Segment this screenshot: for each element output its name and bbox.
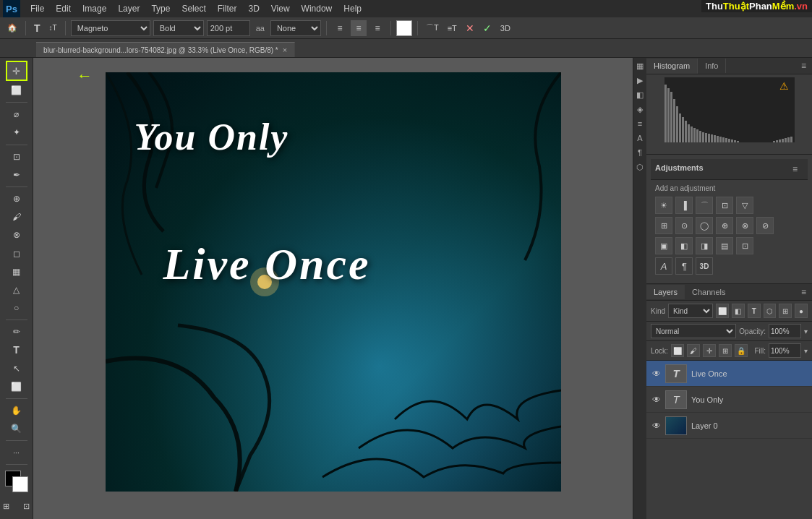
healing-tool[interactable]: ⊕ [7, 190, 26, 207]
eraser-tool[interactable]: ◻ [7, 244, 26, 262]
commit-btn[interactable]: ✓ [480, 21, 495, 35]
adj-para-btn[interactable]: ¶ [675, 257, 693, 275]
layers-filter-adj[interactable]: ◧ [732, 304, 745, 318]
icon-play[interactable]: ▶ [635, 75, 645, 85]
align-right-btn[interactable]: ≡ [369, 20, 385, 36]
histogram-panel-menu[interactable]: ≡ [795, 58, 812, 74]
icon-char[interactable]: A [635, 133, 645, 143]
dodge-tool[interactable]: ○ [7, 299, 26, 317]
adjustments-menu[interactable]: ≡ [787, 161, 803, 177]
character-panel-btn[interactable]: ≡T [445, 22, 460, 34]
menu-layer[interactable]: Layer [112, 2, 145, 15]
3d-btn[interactable]: 3D [497, 22, 513, 34]
canvas-text-live-once[interactable]: Live Once [163, 239, 371, 290]
adj-selective-icon[interactable]: ⊡ [736, 237, 753, 254]
text-orientation-btn[interactable]: ↕T [46, 22, 60, 33]
adj-invert-icon[interactable]: ▣ [655, 237, 672, 254]
tab-info[interactable]: Info [698, 59, 726, 73]
menu-3d[interactable]: 3D [242, 2, 265, 15]
gradient-tool[interactable]: ▦ [7, 263, 26, 280]
background-color[interactable] [12, 476, 28, 492]
menu-filter[interactable]: Filter [212, 2, 243, 15]
layer-item-you-only[interactable]: 👁 T You Only [646, 387, 812, 413]
lock-image[interactable]: 🖌 [687, 344, 700, 357]
canvas-tab[interactable]: blur-blurred-background...lors-754082.jp… [36, 42, 295, 57]
font-style-select[interactable]: Bold [153, 20, 204, 36]
quick-mask-btn[interactable]: ⊞ [0, 497, 16, 516]
tab-channels[interactable]: Channels [685, 285, 732, 299]
warp-text-btn[interactable]: ⌒T [423, 21, 442, 35]
path-selection-tool[interactable]: ↖ [7, 360, 26, 377]
tab-close-btn[interactable]: × [283, 46, 287, 54]
pen-tool[interactable]: ✏ [7, 323, 26, 340]
shape-tool[interactable]: ⬜ [7, 378, 26, 395]
icon-adjustments[interactable]: ◧ [635, 90, 645, 100]
icon-style[interactable]: ◈ [635, 104, 645, 114]
type-tool-btn[interactable]: T [31, 21, 43, 35]
menu-type[interactable]: Type [145, 2, 176, 15]
menu-image[interactable]: Image [77, 2, 112, 15]
adj-gradient-map-icon[interactable]: ▤ [716, 237, 733, 254]
adj-char-btn[interactable]: A [655, 257, 672, 275]
magic-wand-tool[interactable]: ✦ [7, 124, 26, 141]
zoom-tool[interactable]: 🔍 [7, 420, 26, 437]
adj-hsl-icon[interactable]: ⊞ [655, 217, 672, 234]
lock-transparency[interactable]: ⬜ [671, 344, 684, 357]
adj-vibrance-icon[interactable]: ▽ [736, 197, 753, 214]
adj-bw-icon[interactable]: ◯ [696, 217, 713, 234]
marquee-tool[interactable]: ⬜ [7, 82, 26, 99]
kind-select[interactable]: Kind [668, 304, 713, 318]
lasso-tool[interactable]: ⌀ [7, 106, 26, 123]
layers-panel-menu[interactable]: ≡ [795, 284, 812, 300]
move-tool[interactable]: ✛ [6, 61, 27, 81]
brush-tool[interactable]: 🖌 [7, 208, 26, 226]
menu-help[interactable]: Help [338, 2, 367, 15]
layer-item-live-once[interactable]: 👁 T Live Once [646, 361, 812, 387]
extra-tool[interactable]: ··· [7, 444, 26, 461]
tab-histogram[interactable]: Histogram [646, 59, 698, 74]
adj-mixer-icon[interactable]: ⊗ [736, 217, 753, 234]
layers-filter-smart[interactable]: ⊞ [779, 304, 792, 318]
layers-filter-pixel[interactable]: ⬜ [716, 304, 729, 318]
adj-3d-btn[interactable]: 3D [696, 257, 713, 275]
opacity-input[interactable] [769, 324, 801, 338]
fill-arrow[interactable]: ▾ [804, 347, 808, 355]
font-size-input[interactable] [207, 20, 250, 36]
adj-photo-icon[interactable]: ⊕ [716, 217, 733, 234]
home-button[interactable]: 🏠 [4, 22, 20, 34]
adj-posterize-icon[interactable]: ◧ [675, 237, 693, 254]
text-color-swatch[interactable] [396, 20, 412, 36]
blend-mode-select[interactable]: Normal [651, 324, 736, 338]
cancel-btn[interactable]: ✕ [463, 21, 477, 35]
align-center-btn[interactable]: ≡ [351, 20, 367, 36]
layer-eye-live-once[interactable]: 👁 [651, 368, 662, 379]
layers-filter-type[interactable]: T [748, 304, 761, 318]
layers-filter-shape[interactable]: ⬡ [764, 304, 777, 318]
crop-tool[interactable]: ⊡ [7, 148, 26, 166]
icon-3d[interactable]: ⬡ [635, 162, 645, 172]
adj-threshold-icon[interactable]: ◨ [696, 237, 713, 254]
menu-select[interactable]: Select [176, 2, 211, 15]
adj-balance-icon[interactable]: ⊙ [675, 217, 693, 234]
icon-para[interactable]: ¶ [635, 147, 645, 158]
hand-tool[interactable]: ✋ [7, 402, 26, 419]
tab-layers[interactable]: Layers [646, 285, 685, 299]
canvas-image[interactable]: You Only Live Once [106, 72, 561, 492]
adj-levels-icon[interactable]: ▐ [675, 197, 693, 214]
lock-all[interactable]: 🔒 [735, 344, 748, 357]
icon-layer[interactable]: ≡ [635, 119, 645, 129]
eyedropper-tool[interactable]: ✒ [7, 166, 26, 184]
menu-view[interactable]: View [265, 2, 296, 15]
blur-tool[interactable]: △ [7, 281, 26, 299]
menu-window[interactable]: Window [296, 2, 338, 15]
clone-tool[interactable]: ⊗ [7, 226, 26, 244]
canvas-text-you-only[interactable]: You Only [134, 116, 289, 158]
align-left-btn[interactable]: ≡ [332, 20, 348, 36]
opacity-arrow[interactable]: ▾ [804, 327, 808, 335]
menu-file[interactable]: File [25, 2, 50, 15]
lock-position[interactable]: ✛ [703, 344, 716, 357]
layer-eye-you-only[interactable]: 👁 [651, 394, 662, 406]
icon-histogram[interactable]: ▦ [635, 61, 645, 71]
adj-curves-icon[interactable]: ⌒ [696, 197, 713, 214]
adj-exposure-icon[interactable]: ⊡ [716, 197, 733, 214]
